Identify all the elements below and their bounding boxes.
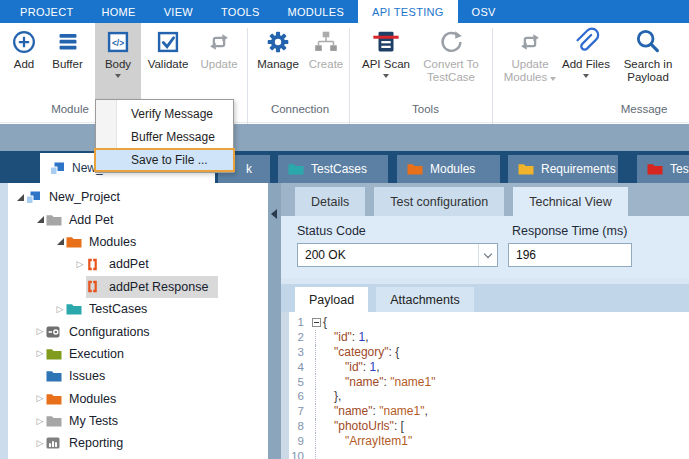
menu-item-api-testing[interactable]: API TESTING: [358, 0, 458, 23]
tree-item-body[interactable]: addPet: [86, 253, 159, 275]
tab-label: TestCases: [311, 162, 367, 176]
document-tab-tes[interactable]: Tes: [637, 155, 689, 183]
expander-expanded-icon[interactable]: [14, 194, 26, 201]
button-label: Validate: [148, 58, 189, 71]
tree-item-modules[interactable]: ▷Modules: [8, 388, 268, 410]
tree-item-body[interactable]: Modules: [46, 388, 126, 410]
app-window: PROJECTHOMEVIEWTOOLSMODULESAPI TESTINGOS…: [0, 0, 689, 459]
document-tab-modules[interactable]: Modules: [397, 155, 500, 183]
menu-item-verify-message[interactable]: Verify Message: [96, 102, 233, 125]
tree-item-label: Modules: [89, 235, 136, 249]
expander-collapsed-icon[interactable]: ▷: [34, 327, 46, 336]
tab-test-configuration[interactable]: Test configuration: [374, 187, 504, 216]
fold-collapse-icon[interactable]: [309, 315, 323, 330]
triangle-glyph: [37, 216, 44, 223]
create-hierarchy-icon: [310, 26, 342, 58]
tree-item-body[interactable]: Execution: [46, 343, 134, 365]
code-line: 3"category": {: [289, 345, 689, 360]
tree-item-addpet-response[interactable]: addPet Response: [8, 276, 268, 298]
search-in-payload-button[interactable]: Search inPayload: [613, 23, 683, 100]
tree-item-body[interactable]: Requirements: [46, 455, 157, 459]
tree-item-requirements[interactable]: ▷Requirements: [8, 455, 268, 459]
tree-item-reporting[interactable]: ▷Reporting: [8, 432, 268, 454]
line-number: 1: [289, 316, 309, 328]
folder-icon: [46, 392, 63, 406]
button-label: Search in: [624, 58, 673, 71]
project-tree: New_ProjectAdd PetModules▷addPetaddPet R…: [8, 183, 268, 459]
tree-item-body[interactable]: New_Project: [26, 186, 130, 208]
tab-technical-view[interactable]: Technical View: [513, 187, 627, 216]
tab-attachments[interactable]: Attachments: [376, 287, 473, 312]
body-button[interactable]: </>Body: [95, 23, 141, 100]
tree-item-body[interactable]: Reporting: [46, 432, 133, 454]
tree-item-body[interactable]: Issues: [46, 365, 115, 387]
expander-collapsed-icon[interactable]: ▷: [74, 260, 86, 269]
menu-item-home[interactable]: HOME: [87, 0, 149, 23]
line-number: 2: [289, 331, 309, 343]
tree-item-my-tests[interactable]: ▷My Tests: [8, 410, 268, 432]
menu-item-tools[interactable]: TOOLS: [207, 0, 274, 23]
tree-item-body[interactable]: My Tests: [46, 410, 128, 432]
chevron-down-icon[interactable]: [478, 244, 497, 266]
validate-check-icon: [152, 26, 184, 58]
panel-splitter[interactable]: [268, 183, 281, 459]
document-tab-testcases[interactable]: TestCases: [278, 155, 388, 183]
expander-collapsed-icon[interactable]: ▷: [34, 417, 46, 426]
validate-button[interactable]: Validate: [141, 23, 195, 100]
search-icon: [632, 26, 664, 58]
document-tab-requirements[interactable]: Requirements: [508, 155, 618, 183]
editor-gutter-strip: [281, 312, 289, 459]
line-number: 4: [289, 361, 309, 373]
folder-icon: [518, 163, 534, 175]
response-time-field[interactable]: 196: [508, 243, 632, 267]
tree-item-body[interactable]: Add Pet: [46, 208, 123, 230]
api-scan-button[interactable]: API Scan: [357, 23, 415, 100]
expander-collapsed-icon[interactable]: ▷: [54, 305, 66, 314]
response-time-value: 196: [516, 248, 536, 262]
tree-item-body[interactable]: addPet Response: [86, 276, 218, 298]
expander-expanded-icon[interactable]: [54, 238, 66, 245]
add-files-button[interactable]: Add Files: [559, 23, 613, 100]
menu-item-save-to-file-[interactable]: Save to File ...: [94, 148, 235, 172]
fold-guide: [309, 419, 323, 434]
expander-collapsed-icon[interactable]: ▷: [34, 394, 46, 403]
tree-item-configurations[interactable]: ▷Configurations: [8, 320, 268, 342]
expander-collapsed-icon[interactable]: ▷: [34, 439, 46, 448]
tree-item-add-pet[interactable]: Add Pet: [8, 208, 268, 230]
status-code-dropdown[interactable]: 200 OK: [297, 243, 498, 267]
line-number: 7: [289, 405, 309, 417]
menu-item-modules[interactable]: MODULES: [274, 0, 359, 23]
folder-icon: [66, 302, 83, 316]
fold-guide: [309, 448, 323, 459]
configurations-icon: [46, 325, 63, 339]
menu-item-osv[interactable]: OSV: [458, 0, 510, 23]
code-text: "photoUrls": [: [323, 419, 404, 433]
tree-item-addpet[interactable]: ▷addPet: [8, 253, 268, 275]
line-number: 6: [289, 390, 309, 402]
tree-item-execution[interactable]: ▷Execution: [8, 343, 268, 365]
button-label: TestCase: [427, 71, 475, 84]
token-punc: :: [352, 330, 359, 344]
tree-item-body[interactable]: Configurations: [46, 320, 160, 342]
collapse-panel-icon[interactable]: [271, 209, 277, 219]
menu-item-view[interactable]: VIEW: [150, 0, 207, 23]
manage-button[interactable]: Manage: [253, 23, 303, 100]
menu-item-project[interactable]: PROJECT: [6, 0, 87, 23]
tree-item-modules[interactable]: Modules: [8, 231, 268, 253]
add-button[interactable]: Add: [4, 23, 44, 100]
buffer-button[interactable]: Buffer: [44, 23, 91, 100]
tree-item-body[interactable]: Modules: [66, 231, 146, 253]
token-str: "ArrayItem1": [345, 434, 412, 448]
expander-expanded-icon[interactable]: [34, 216, 46, 223]
tree-item-new_project[interactable]: New_Project: [8, 186, 268, 208]
payload-editor[interactable]: 1{2"id": 1,3"category": {4"id": 1,5"name…: [281, 312, 689, 459]
tab-payload[interactable]: Payload: [295, 287, 368, 312]
tree-item-testcases[interactable]: ▷TestCases: [8, 298, 268, 320]
menu-item-buffer-message[interactable]: Buffer Message: [96, 125, 233, 148]
expander-collapsed-icon[interactable]: ▷: [34, 349, 46, 358]
tree-item-issues[interactable]: Issues: [8, 365, 268, 387]
tree-item-body[interactable]: TestCases: [66, 298, 157, 320]
tab-details[interactable]: Details: [295, 187, 365, 216]
menu-bar: PROJECTHOMEVIEWTOOLSMODULESAPI TESTINGOS…: [0, 0, 689, 23]
button-label: Convert To: [423, 58, 478, 71]
